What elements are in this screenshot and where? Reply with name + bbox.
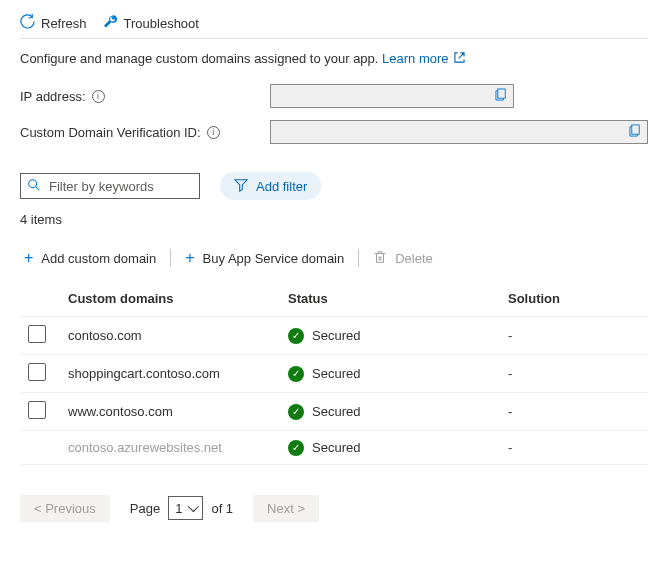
header-solution[interactable]: Solution (500, 281, 648, 317)
add-filter-button[interactable]: Add filter (220, 172, 321, 200)
status-cell: ✓Secured (288, 440, 360, 456)
previous-button: < Previous (20, 495, 110, 522)
copy-ip-button[interactable] (489, 85, 513, 107)
copy-icon (495, 88, 508, 104)
domain-cell: shoppingcart.contoso.com (60, 355, 280, 393)
external-link-icon (454, 51, 465, 66)
search-icon (27, 178, 41, 195)
ip-address-field (270, 84, 514, 108)
add-custom-domain-button[interactable]: + Add custom domain (20, 245, 160, 271)
domain-cell: contoso.com (60, 317, 280, 355)
info-icon[interactable]: i (207, 126, 220, 139)
svg-rect-0 (497, 89, 504, 98)
refresh-button[interactable]: Refresh (20, 14, 87, 32)
svg-rect-1 (631, 125, 638, 134)
troubleshoot-label: Troubleshoot (124, 16, 199, 31)
page-current: 1 (175, 501, 182, 516)
pagination: < Previous Page 1 of 1 Next > (20, 495, 648, 522)
ip-label-text: IP address: (20, 89, 86, 104)
items-count: 4 items (20, 212, 648, 227)
command-bar: Refresh Troubleshoot (20, 8, 648, 39)
page-total: of 1 (211, 501, 233, 516)
ip-address-row: IP address: i (20, 84, 648, 108)
row-checkbox[interactable] (28, 363, 46, 381)
row-checkbox[interactable] (28, 325, 46, 343)
solution-cell: - (500, 317, 648, 355)
table-row[interactable]: shoppingcart.contoso.com ✓Secured - (20, 355, 648, 393)
cdvid-input[interactable] (270, 120, 648, 144)
troubleshoot-button[interactable]: Troubleshoot (103, 14, 199, 32)
domains-table: Custom domains Status Solution contoso.c… (20, 281, 648, 465)
status-cell: ✓Secured (288, 404, 360, 420)
cdvid-field (270, 120, 648, 144)
cdvid-label-text: Custom Domain Verification ID: (20, 125, 201, 140)
description-text: Configure and manage custom domains assi… (20, 51, 648, 66)
status-cell: ✓Secured (288, 366, 360, 382)
refresh-label: Refresh (41, 16, 87, 31)
header-domain[interactable]: Custom domains (60, 281, 280, 317)
buy-domain-button[interactable]: + Buy App Service domain (181, 245, 348, 271)
learn-more-label: Learn more (382, 51, 448, 66)
next-button: Next > (253, 495, 319, 522)
table-row[interactable]: contoso.com ✓Secured - (20, 317, 648, 355)
page-label: Page (130, 501, 160, 516)
info-icon[interactable]: i (92, 90, 105, 103)
secured-icon: ✓ (288, 440, 304, 456)
solution-cell: - (500, 355, 648, 393)
buy-domain-label: Buy App Service domain (203, 251, 345, 266)
status-label: Secured (312, 366, 360, 381)
solution-cell: - (500, 431, 648, 465)
svg-point-2 (29, 179, 37, 187)
filter-icon (234, 178, 248, 195)
status-label: Secured (312, 328, 360, 343)
secured-icon: ✓ (288, 366, 304, 382)
cdvid-label: Custom Domain Verification ID: i (20, 125, 270, 140)
search-box[interactable] (20, 173, 200, 199)
chevron-down-icon (188, 501, 199, 512)
status-cell: ✓Secured (288, 328, 360, 344)
ip-address-input[interactable] (270, 84, 514, 108)
cdvid-row: Custom Domain Verification ID: i (20, 120, 648, 144)
secured-icon: ✓ (288, 404, 304, 420)
add-domain-label: Add custom domain (41, 251, 156, 266)
delete-label: Delete (395, 251, 433, 266)
page-select[interactable]: 1 (168, 496, 203, 520)
description-content: Configure and manage custom domains assi… (20, 51, 378, 66)
filter-input[interactable] (47, 178, 193, 195)
action-bar: + Add custom domain + Buy App Service do… (20, 245, 648, 271)
trash-icon (373, 250, 387, 267)
add-filter-label: Add filter (256, 179, 307, 194)
status-label: Secured (312, 404, 360, 419)
solution-cell: - (500, 393, 648, 431)
filter-row: Add filter (20, 172, 648, 200)
ip-address-label: IP address: i (20, 89, 270, 104)
divider (358, 249, 359, 267)
plus-icon: + (185, 249, 194, 267)
copy-icon (629, 124, 642, 140)
wrench-icon (103, 14, 118, 32)
delete-button: Delete (369, 246, 437, 271)
copy-cdvid-button[interactable] (623, 121, 647, 143)
plus-icon: + (24, 249, 33, 267)
learn-more-link[interactable]: Learn more (382, 51, 465, 66)
row-checkbox[interactable] (28, 401, 46, 419)
table-row[interactable]: www.contoso.com ✓Secured - (20, 393, 648, 431)
domain-cell: contoso.azurewebsites.net (60, 431, 280, 465)
refresh-icon (20, 14, 35, 32)
domain-cell: www.contoso.com (60, 393, 280, 431)
header-status[interactable]: Status (280, 281, 500, 317)
secured-icon: ✓ (288, 328, 304, 344)
divider (170, 249, 171, 267)
page-info: Page 1 of 1 (130, 496, 233, 520)
status-label: Secured (312, 440, 360, 455)
table-row: contoso.azurewebsites.net ✓Secured - (20, 431, 648, 465)
